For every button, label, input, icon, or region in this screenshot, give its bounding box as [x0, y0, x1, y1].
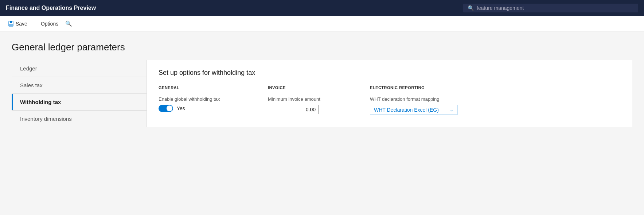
page-content: General ledger parameters Ledger Sales t… [0, 31, 644, 215]
detail-panel: Set up options for withholding tax GENER… [147, 60, 632, 127]
toolbar-search-icon[interactable]: 🔍 [63, 19, 74, 29]
toggle-yes-label: Yes [177, 105, 185, 111]
svg-rect-2 [9, 24, 13, 26]
save-button[interactable]: Save [4, 19, 31, 28]
main-layout: Ledger Sales tax Withholding tax Invento… [12, 60, 632, 127]
sidebar-item-sales-tax[interactable]: Sales tax [12, 77, 147, 93]
app-title: Finance and Operations Preview [6, 5, 96, 11]
wht-declaration-format-value: WHT Declaration Excel (EG) [374, 107, 439, 113]
minimum-invoice-amount-label: Minimum invoice amount [268, 96, 341, 102]
form-row: Enable global withholding tax Yes Minimu… [159, 96, 621, 115]
toggle-track [159, 105, 173, 112]
sidebar-item-label: Sales tax [20, 82, 43, 88]
options-button[interactable]: Options [37, 19, 62, 28]
page-title: General ledger parameters [12, 42, 632, 53]
top-bar: Finance and Operations Preview 🔍 [0, 0, 644, 16]
wht-declaration-format-label: WHT declaration format mapping [370, 96, 457, 102]
form-group-electronic-reporting: WHT declaration format mapping WHT Decla… [370, 96, 457, 115]
section-header-electronic-reporting: ELECTRONIC REPORTING [370, 85, 425, 90]
section-headers: GENERAL INVOICE ELECTRONIC REPORTING [159, 84, 621, 91]
sidebar-item-label: Inventory dimensions [20, 116, 72, 122]
toolbar: Save Options 🔍 [0, 16, 644, 31]
sidebar-item-withholding-tax[interactable]: Withholding tax [12, 94, 147, 110]
chevron-down-icon: ⌄ [450, 107, 453, 112]
global-search-input[interactable] [477, 5, 634, 11]
toggle-container: Yes [159, 105, 239, 112]
enable-global-wht-toggle[interactable] [159, 105, 173, 112]
sidebar-item-label: Withholding tax [20, 99, 61, 105]
minimum-invoice-amount-input[interactable] [268, 105, 319, 114]
wht-declaration-format-dropdown[interactable]: WHT Declaration Excel (EG) ⌄ [370, 105, 457, 115]
form-group-invoice: Minimum invoice amount [268, 96, 341, 114]
svg-rect-1 [10, 21, 12, 23]
form-group-general: Enable global withholding tax Yes [159, 96, 239, 112]
section-header-general: GENERAL [159, 85, 179, 90]
detail-title: Set up options for withholding tax [159, 69, 621, 77]
sidebar-item-ledger[interactable]: Ledger [12, 60, 147, 77]
global-search-box[interactable]: 🔍 [463, 4, 638, 12]
sidebar: Ledger Sales tax Withholding tax Invento… [12, 60, 147, 127]
sidebar-item-label: Ledger [20, 65, 37, 72]
sidebar-item-inventory-dimensions[interactable]: Inventory dimensions [12, 111, 147, 127]
save-icon [8, 21, 14, 27]
toggle-thumb [167, 105, 172, 111]
section-header-invoice: INVOICE [268, 85, 286, 90]
options-label: Options [41, 21, 58, 27]
enable-global-wht-label: Enable global withholding tax [159, 96, 239, 102]
toolbar-divider [34, 20, 34, 28]
save-label: Save [16, 21, 27, 27]
search-icon: 🔍 [468, 5, 474, 11]
